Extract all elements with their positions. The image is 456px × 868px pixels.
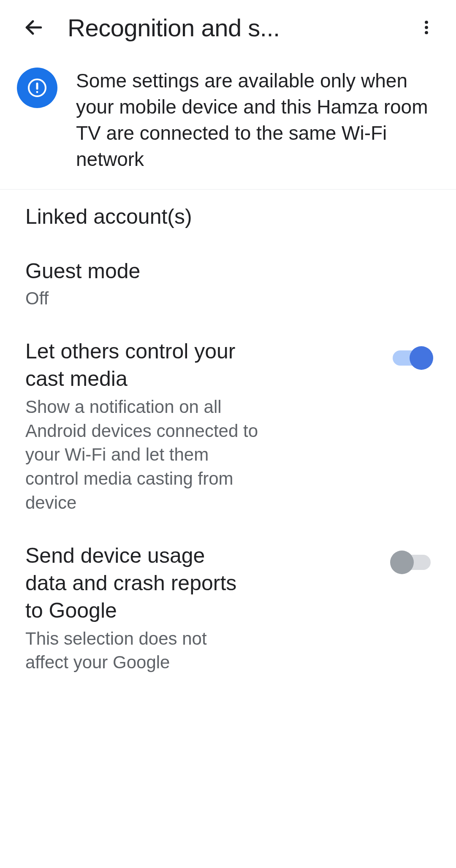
svg-point-3 bbox=[425, 31, 428, 34]
setting-content: Send device usage data and crash reports… bbox=[25, 542, 393, 675]
setting-content: Linked account(s) bbox=[25, 203, 431, 231]
setting-title: Guest mode bbox=[25, 258, 422, 285]
svg-point-1 bbox=[425, 21, 428, 24]
setting-content: Guest mode Off bbox=[25, 258, 431, 311]
more-vertical-icon bbox=[418, 19, 435, 36]
setting-description: Show a notification on all Android devic… bbox=[25, 395, 262, 515]
toggle-container bbox=[393, 338, 431, 366]
setting-title: Let others control your cast media bbox=[25, 338, 262, 393]
alert-icon bbox=[27, 78, 47, 98]
setting-guest-mode[interactable]: Guest mode Off bbox=[0, 244, 456, 324]
info-banner: Some settings are available only when yo… bbox=[0, 55, 456, 190]
setting-title: Send device usage data and crash reports… bbox=[25, 542, 245, 624]
page-title: Recognition and s... bbox=[68, 14, 414, 42]
setting-usage-data[interactable]: Send device usage data and crash reports… bbox=[0, 529, 456, 688]
toggle-thumb bbox=[390, 551, 414, 574]
header: Recognition and s... bbox=[0, 0, 456, 55]
setting-cast-control[interactable]: Let others control your cast media Show … bbox=[0, 324, 456, 528]
more-options-button[interactable] bbox=[414, 15, 439, 40]
svg-point-2 bbox=[425, 26, 428, 29]
toggle-thumb bbox=[410, 346, 433, 370]
setting-title: Linked account(s) bbox=[25, 203, 422, 231]
cast-control-toggle[interactable] bbox=[393, 350, 431, 366]
setting-content: Let others control your cast media Show … bbox=[25, 338, 393, 515]
back-arrow-icon bbox=[23, 17, 44, 38]
info-banner-text: Some settings are available only when yo… bbox=[76, 68, 431, 172]
back-button[interactable] bbox=[21, 15, 46, 40]
setting-description: This selection does not affect your Goog… bbox=[25, 627, 245, 675]
usage-data-toggle[interactable] bbox=[393, 555, 431, 570]
info-icon-circle bbox=[17, 68, 57, 108]
settings-list: Linked account(s) Guest mode Off Let oth… bbox=[0, 190, 456, 688]
toggle-container bbox=[393, 542, 431, 570]
setting-linked-accounts[interactable]: Linked account(s) bbox=[0, 190, 456, 244]
svg-point-6 bbox=[36, 91, 38, 93]
setting-subtitle: Off bbox=[25, 287, 422, 311]
